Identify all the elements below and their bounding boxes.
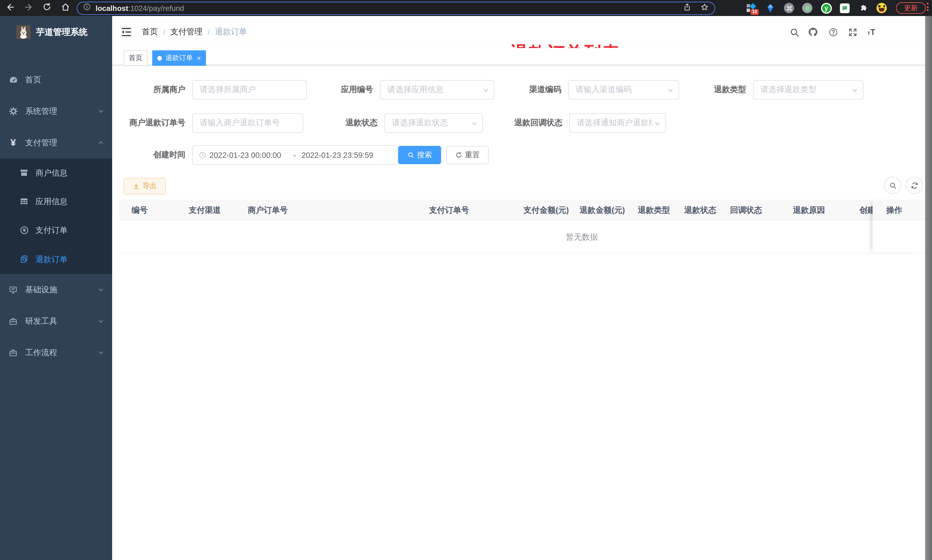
page-header: 首页 / 支付管理 / 退款订单 退款订单列表 тT (112, 16, 932, 48)
notify-status-placeholder: 请选择通知商户退款结果的 (577, 114, 653, 131)
reset-button[interactable]: 重置 (446, 146, 489, 164)
sidebar-item-pay-order[interactable]: ¥ 支付订单 (0, 215, 112, 244)
sidebar-logo-row[interactable]: 芋道管理系统 (0, 16, 112, 48)
browser-reload-button[interactable] (40, 1, 54, 15)
filter-label-refund-status: 退款状态 (286, 113, 378, 132)
address-bar[interactable]: localhost :1024/pay/refund (77, 2, 715, 15)
site-info-icon[interactable] (83, 3, 91, 13)
sidebar-item-workflow[interactable]: 工作流程 (0, 337, 112, 368)
app-root: localhost :1024/pay/refund 10 (0, 0, 932, 560)
sidebar-item-label: 基础设施 (25, 274, 57, 305)
refund-order-icon (19, 254, 29, 264)
extension-chat-icon[interactable] (838, 2, 851, 14)
download-icon (133, 183, 140, 189)
notify-status-select[interactable]: 请选择通知商户退款结果的 (569, 113, 666, 133)
filter-label-merchant: 所属商户 (94, 80, 185, 98)
fullscreen-icon[interactable] (846, 25, 859, 39)
share-icon[interactable] (683, 3, 691, 14)
sidebar-item-label: 工作流程 (25, 337, 57, 368)
extension-pin-icon[interactable]: 10 (745, 2, 758, 14)
chevron-down-icon (98, 285, 104, 294)
extension-command-icon[interactable] (783, 2, 795, 14)
column-header-merchant-order-no: 商户订单号 (248, 200, 288, 220)
window-scrollbar[interactable] (925, 16, 932, 560)
browser-home-button[interactable] (58, 1, 72, 15)
filter-label-channel: 渠道编码 (470, 80, 561, 98)
breadcrumb-separator: / (208, 28, 210, 37)
extensions-puzzle-icon[interactable] (857, 2, 870, 14)
header-search-icon[interactable] (787, 25, 801, 39)
browser-back-button[interactable] (3, 1, 17, 15)
app-placeholder: 请选择应用信息 (388, 81, 481, 98)
pin-diamond-icon: 10 (747, 3, 756, 12)
browser-toolbar: localhost :1024/pay/refund 10 (0, 0, 932, 16)
filter-label-refund-type: 退款类型 (655, 80, 746, 98)
extension-record-icon[interactable] (801, 2, 814, 14)
sidebar-item-label: 首页 (25, 64, 41, 95)
extension-kite-icon[interactable] (764, 2, 777, 14)
help-icon[interactable] (826, 25, 840, 39)
breadcrumb-separator: / (163, 28, 165, 37)
tags-view-bar: 首页 退款订单 × (112, 48, 932, 65)
extension-y-icon[interactable]: y (820, 2, 832, 14)
toggle-search-button[interactable] (884, 177, 901, 194)
monitor-icon (8, 285, 18, 295)
gear-icon (8, 106, 18, 116)
sidebar-item-label: 支付管理 (25, 127, 57, 158)
chevron-down-icon (851, 86, 858, 96)
merchant-refund-no-placeholder: 请输入商户退款订单号 (200, 114, 298, 131)
column-header-refund-reason: 退款原因 (793, 200, 825, 220)
search-button[interactable]: 搜索 (398, 146, 441, 164)
pay-order-icon: ¥ (19, 225, 29, 235)
sidebar-item-dev-tools[interactable]: 研发工具 (0, 305, 112, 337)
sidebar-item-label: 系统管理 (25, 95, 57, 127)
breadcrumb-item-current: 退款订单 (215, 27, 247, 37)
sidebar-item-label: 商户信息 (35, 158, 68, 187)
refund-type-select[interactable]: 请选择退款类型 (753, 80, 863, 100)
forward-arrow-icon (23, 2, 33, 14)
refund-status-placeholder: 请选择退款状态 (392, 114, 470, 131)
sidebar-collapse-button[interactable] (120, 25, 133, 39)
date-range-separator: - (288, 151, 301, 159)
sidebar-submenu-payment: 商户信息 应用信息 ¥ 支付订单 退款订单 (0, 158, 112, 274)
toolbox-icon (8, 316, 18, 326)
browser-update-button[interactable]: 更新 (896, 2, 926, 14)
create-time-range-picker[interactable]: 2022-01-23 00:00:00 - 2022-01-23 23:59:5… (192, 145, 398, 165)
tab-home[interactable]: 首页 (124, 50, 148, 66)
column-header-pay-channel: 支付渠道 (189, 200, 221, 220)
font-size-icon[interactable]: тT (864, 25, 878, 39)
sidebar-item-app-info[interactable]: 应用信息 (0, 187, 112, 215)
channel-placeholder: 请输入渠道编码 (575, 81, 666, 98)
shop-icon (19, 168, 29, 178)
dashboard-icon (8, 75, 18, 85)
empty-text: 暂无数据 (566, 220, 598, 254)
tab-refund-order[interactable]: 退款订单 × (152, 50, 206, 66)
sidebar-item-label: 应用信息 (35, 187, 68, 215)
column-header-callback-status: 回调状态 (730, 200, 762, 220)
github-icon[interactable] (806, 25, 820, 39)
column-header-refund-amount: 退款金额(元) (580, 200, 625, 220)
export-button[interactable]: 导出 (124, 178, 166, 194)
refund-status-select[interactable]: 请选择退款状态 (384, 113, 483, 133)
extension-emoji-icon[interactable] (875, 2, 888, 14)
reset-button-label: 重置 (465, 150, 480, 160)
refresh-icon (910, 182, 918, 189)
browser-menu-icon[interactable] (927, 3, 929, 11)
filter-label-create-time: 创建时间 (94, 145, 185, 164)
sidebar-item-label: 支付订单 (35, 215, 68, 244)
app-title: 芋道管理系统 (36, 16, 88, 48)
filter-label-merchant-refund-no: 商户退款订单号 (94, 113, 185, 132)
chevron-down-icon (98, 348, 104, 357)
filter-label-notify-status: 退款回调状态 (471, 113, 562, 132)
breadcrumb-item-home[interactable]: 首页 (142, 27, 158, 37)
sidebar-item-refund-order[interactable]: 退款订单 (0, 245, 112, 274)
column-header-refund-type: 退款类型 (638, 200, 670, 220)
refresh-table-button[interactable] (906, 177, 923, 194)
column-header-pay-amount: 支付金额(元) (523, 200, 569, 220)
bookmark-star-icon[interactable] (700, 3, 709, 14)
column-header-pay-order-no: 支付订单号 (429, 200, 469, 220)
browser-forward-button[interactable] (21, 1, 35, 15)
sidebar-item-infrastructure[interactable]: 基础设施 (0, 274, 112, 305)
tab-close-icon[interactable]: × (197, 55, 201, 62)
breadcrumb: 首页 / 支付管理 / 退款订单 (142, 16, 247, 48)
